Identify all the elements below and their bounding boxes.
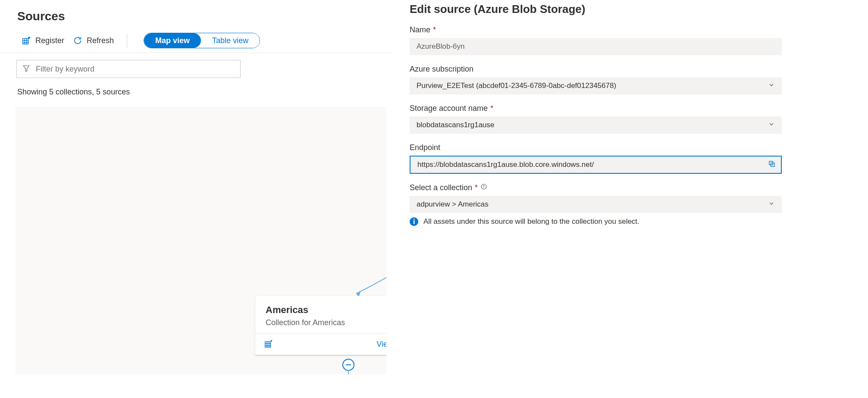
svg-point-21	[483, 185, 484, 186]
connector-line-down	[348, 370, 349, 374]
map-canvas[interactable]: Americas Collection for Americas View	[16, 107, 386, 374]
toolbar-separator	[127, 34, 127, 47]
chevron-down-icon	[768, 81, 775, 91]
endpoint-field[interactable]: https://blobdatascans1rg1ause.blob.core.…	[410, 156, 782, 174]
info-icon[interactable]	[480, 183, 487, 192]
card-title: Americas	[266, 304, 386, 316]
refresh-button[interactable]: Refresh	[69, 33, 118, 48]
page-title: Sources	[0, 0, 392, 31]
svg-marker-10	[23, 66, 29, 72]
required-marker: *	[475, 183, 478, 192]
required-marker: *	[433, 25, 436, 34]
view-toggle: Map view Table view	[144, 33, 260, 48]
svg-rect-11	[265, 342, 271, 347]
endpoint-label: Endpoint	[410, 143, 440, 152]
collapse-toggle[interactable]	[342, 359, 354, 371]
register-icon	[22, 36, 31, 45]
table-view-tab[interactable]: Table view	[201, 33, 260, 48]
name-label: Name	[410, 25, 430, 34]
map-view-tab[interactable]: Map view	[144, 33, 201, 48]
refresh-label: Refresh	[87, 36, 114, 45]
collection-select[interactable]: adpurview > Americas	[410, 196, 782, 213]
filter-icon	[22, 65, 30, 74]
storage-select[interactable]: blobdatascans1rg1ause	[410, 116, 782, 134]
endpoint-value: https://blobdatascans1rg1ause.blob.core.…	[417, 160, 594, 169]
info-badge-icon: i	[410, 217, 418, 226]
required-marker: *	[490, 104, 493, 113]
toolbar: Register Refresh Map view Table view	[0, 31, 392, 53]
collection-card-americas[interactable]: Americas Collection for Americas View	[255, 296, 386, 355]
chevron-down-icon	[768, 121, 775, 130]
svg-point-16	[271, 340, 272, 341]
filter-input[interactable]	[16, 60, 241, 78]
refresh-icon	[73, 36, 82, 45]
subscription-value: Purview_E2ETest (abcdef01-2345-6789-0abc…	[417, 81, 616, 90]
svg-rect-0	[23, 38, 28, 44]
subscription-label: Azure subscription	[410, 65, 473, 74]
card-view-link[interactable]: View	[376, 340, 386, 349]
storage-value: blobdatascans1rg1ause	[417, 121, 495, 129]
sources-pane: Sources Register	[0, 0, 392, 398]
name-field: AzureBlob-6yn	[410, 38, 782, 55]
chevron-down-icon	[768, 200, 775, 209]
collection-value: adpurview > Americas	[417, 200, 489, 209]
name-value: AzureBlob-6yn	[417, 42, 465, 51]
collection-hint: i All assets under this source will belo…	[410, 217, 782, 226]
storage-label: Storage account name	[410, 104, 488, 113]
collection-label: Select a collection	[410, 183, 472, 192]
copy-icon[interactable]	[768, 160, 776, 170]
card-subtitle: Collection for Americas	[266, 318, 386, 327]
collection-summary: Showing 5 collections, 5 sources	[0, 78, 392, 103]
grid-icon	[264, 339, 273, 350]
collection-hint-text: All assets under this source will belong…	[423, 217, 639, 226]
panel-title: Edit source (Azure Blob Storage)	[410, 3, 782, 16]
register-label: Register	[35, 36, 64, 45]
subscription-select[interactable]: Purview_E2ETest (abcdef01-2345-6789-0abc…	[410, 77, 782, 94]
register-button[interactable]: Register	[17, 33, 69, 48]
edit-source-panel: Edit source (Azure Blob Storage) Name * …	[392, 0, 868, 398]
